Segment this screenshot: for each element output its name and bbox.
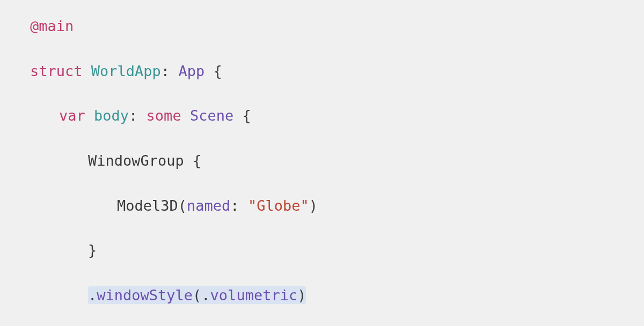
method-windowstyle: windowStyle xyxy=(97,287,193,303)
type-scene: Scene xyxy=(190,107,233,124)
code-block: @main struct WorldApp: App { var body: s… xyxy=(30,15,614,326)
code-line-5: Model3D(named: "Globe") xyxy=(30,195,614,217)
keyword-struct: struct xyxy=(30,63,83,79)
code-line-6: } xyxy=(30,239,614,262)
keyword-var: var xyxy=(59,107,85,124)
code-line-7: .windowStyle(.volumetric) xyxy=(30,284,614,307)
keyword-some: some xyxy=(147,107,181,124)
property-body: body xyxy=(94,107,129,124)
string-globe: "Globe" xyxy=(248,197,309,214)
code-line-2: struct WorldApp: App { xyxy=(30,60,614,83)
param-named: named xyxy=(187,197,230,214)
code-line-3: var body: some Scene { xyxy=(30,105,614,127)
type-windowgroup: WindowGroup xyxy=(88,152,184,169)
value-volumetric: volumetric xyxy=(210,287,298,303)
type-name: WorldApp xyxy=(91,63,161,79)
code-line-4: WindowGroup { xyxy=(30,150,614,172)
attribute-main: @main xyxy=(30,18,74,34)
code-line-1: @main xyxy=(30,15,614,38)
protocol-app: App xyxy=(178,63,204,79)
type-model3d: Model3D xyxy=(117,197,178,214)
highlighted-line: .windowStyle(.volumetric) xyxy=(88,286,306,304)
